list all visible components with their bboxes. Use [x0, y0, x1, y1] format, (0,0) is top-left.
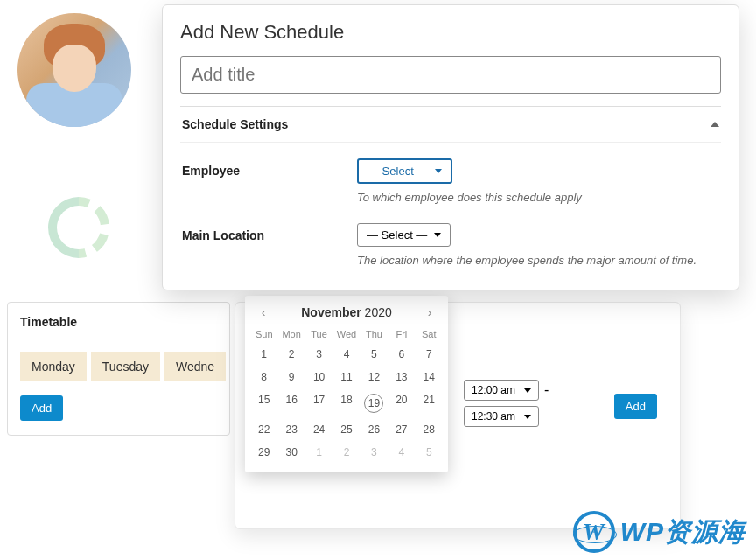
calendar-day[interactable]: 1 — [250, 343, 277, 366]
chevron-down-icon — [434, 233, 441, 237]
calendar-title: November 2020 — [301, 305, 392, 319]
calendar-day[interactable]: 26 — [360, 418, 388, 441]
days-row: Monday Tuesday Wedne — [20, 352, 217, 382]
calendar-dow: Sun — [250, 326, 277, 343]
chevron-down-icon — [524, 415, 531, 419]
calendar-day[interactable]: 28 — [416, 418, 443, 441]
location-row: Main Location — Select — The location wh… — [180, 207, 721, 270]
start-time-value: 12:00 am — [472, 384, 515, 396]
calendar-dow: Thu — [360, 326, 388, 343]
schedule-heading: Add New Schedule — [180, 21, 721, 44]
calendar-day[interactable]: 4 — [388, 441, 415, 464]
title-input[interactable] — [180, 56, 721, 94]
calendar-day[interactable]: 18 — [332, 388, 360, 418]
calendar-day[interactable]: 5 — [360, 343, 388, 366]
calendar-day[interactable]: 12 — [360, 366, 388, 388]
calendar-day[interactable]: 4 — [332, 343, 360, 366]
calendar-day[interactable]: 6 — [388, 343, 415, 366]
day-tab[interactable]: Tuesday — [91, 352, 160, 382]
schedule-card: Add New Schedule Schedule Settings Emplo… — [162, 4, 739, 290]
calendar-day[interactable]: 17 — [305, 388, 332, 418]
calendar-day[interactable]: 19 — [360, 388, 388, 418]
location-label: Main Location — [182, 223, 357, 242]
calendar-dow: Mon — [277, 326, 304, 343]
calendar-day[interactable]: 8 — [250, 366, 277, 388]
end-time-value: 12:30 am — [472, 410, 515, 423]
calendar-dow: Sat — [416, 326, 443, 343]
calendar-day[interactable]: 10 — [305, 366, 332, 388]
bottom-add-button[interactable]: Add — [614, 394, 657, 419]
end-time-select[interactable]: 12:30 am — [464, 406, 539, 427]
calendar-day[interactable]: 5 — [416, 441, 443, 464]
employee-label: Employee — [182, 158, 357, 178]
timetable-card: Timetable Monday Tuesday Wedne Add — [7, 302, 230, 436]
calendar-dow: Tue — [305, 326, 332, 343]
employee-row: Employee — Select — To which employee do… — [180, 143, 721, 207]
calendar-day[interactable]: 14 — [416, 366, 443, 388]
calendar-day[interactable]: 30 — [277, 441, 304, 464]
employee-select-text: — Select — — [368, 164, 428, 178]
calendar-day[interactable]: 11 — [332, 366, 360, 388]
watermark-logo-icon: W — [573, 511, 615, 553]
calendar-day[interactable]: 13 — [388, 366, 415, 388]
start-time-select[interactable]: 12:00 am — [464, 380, 539, 401]
calendar-day[interactable]: 21 — [416, 388, 443, 418]
calendar-day[interactable]: 9 — [277, 366, 304, 388]
chevron-down-icon — [524, 388, 531, 393]
watermark-text: WP资源海 — [620, 514, 746, 550]
calendar-day[interactable]: 2 — [277, 343, 304, 366]
avatar — [18, 13, 131, 127]
calendar-day[interactable]: 23 — [277, 418, 304, 441]
calendar-day[interactable]: 7 — [416, 343, 443, 366]
employee-select[interactable]: — Select — — [357, 158, 452, 184]
calendar-day[interactable]: 15 — [250, 388, 277, 418]
collapse-icon — [710, 122, 719, 127]
timetable-heading: Timetable — [20, 315, 217, 329]
prev-month-button[interactable]: ‹ — [256, 304, 271, 320]
calendar-day[interactable]: 2 — [332, 441, 360, 464]
calendar-day[interactable]: 25 — [332, 418, 360, 441]
location-select-text: — Select — — [367, 228, 427, 242]
calendar-day[interactable]: 3 — [305, 343, 332, 366]
calendar-dow: Wed — [332, 326, 360, 343]
settings-header[interactable]: Schedule Settings — [180, 106, 721, 143]
calendar-day[interactable]: 22 — [250, 418, 277, 441]
timetable-add-button[interactable]: Add — [20, 396, 63, 421]
calendar-popup: ‹ November 2020 › SunMonTueWedThuFriSat1… — [245, 296, 448, 472]
day-tab[interactable]: Wedne — [164, 352, 226, 382]
watermark: W WP资源海 — [573, 511, 746, 553]
calendar-dow: Fri — [388, 326, 415, 343]
location-select[interactable]: — Select — — [357, 223, 451, 247]
calendar-day[interactable]: 29 — [250, 441, 277, 464]
calendar-day[interactable]: 16 — [277, 388, 304, 418]
time-selects: 12:00 am - 12:30 am — [464, 380, 549, 427]
decor-ring-icon — [48, 197, 92, 241]
location-help: The location where the employee spends t… — [357, 254, 719, 267]
next-month-button[interactable]: › — [422, 304, 438, 320]
calendar-day[interactable]: 1 — [305, 441, 332, 464]
settings-label: Schedule Settings — [182, 117, 288, 131]
calendar-day[interactable]: 20 — [388, 388, 415, 418]
day-tab[interactable]: Monday — [20, 352, 87, 382]
calendar-day[interactable]: 24 — [305, 418, 332, 441]
time-separator: - — [544, 382, 549, 398]
chevron-down-icon — [435, 169, 442, 173]
employee-help: To which employee does this schedule app… — [357, 191, 719, 204]
calendar-day[interactable]: 3 — [360, 441, 388, 464]
calendar-day[interactable]: 27 — [388, 418, 415, 441]
